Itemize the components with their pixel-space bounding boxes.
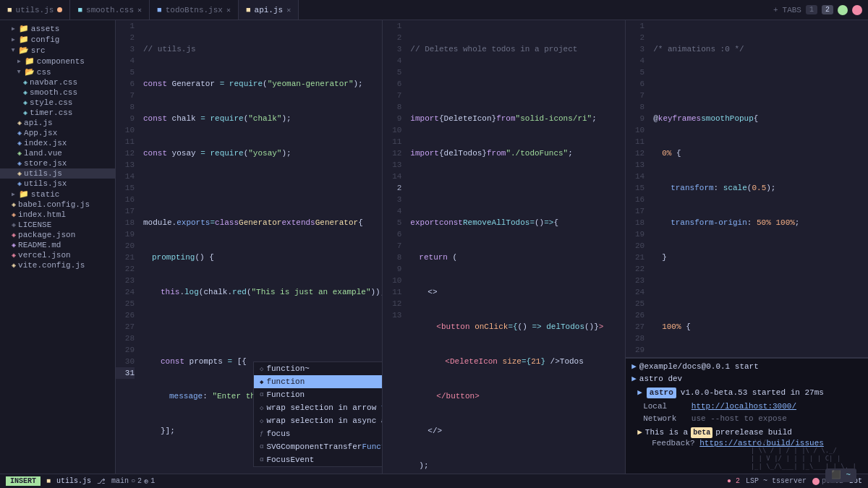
sidebar-item-src[interactable]: ▶ 📂 src bbox=[0, 45, 115, 56]
tab-close-smooth[interactable]: ✕ bbox=[137, 6, 142, 14]
css-file-icon: ◈ bbox=[23, 78, 27, 87]
sidebar-item-css[interactable]: ▶ 📂 css bbox=[0, 67, 115, 77]
sidebar-item-config[interactable]: ▶ 📁 config bbox=[0, 34, 115, 45]
tab-close-todobtns[interactable]: ✕ bbox=[226, 6, 231, 14]
terminal-prompt1: @example/docs@0.0.1 start bbox=[639, 361, 759, 372]
git-additions: 1 bbox=[150, 477, 155, 485]
status-left: INSERT ■ utils.js ⎇ main ○ 2 ⊕ 1 bbox=[6, 476, 155, 486]
autocomplete-popup: ◇ function~ Snippet ◆ function Keyword α… bbox=[253, 361, 383, 467]
sidebar-item-vercel-json[interactable]: ◈ vercel.json bbox=[0, 250, 115, 260]
tab-api-js-label: api.js bbox=[255, 6, 284, 14]
sidebar-label: README.md bbox=[18, 241, 61, 249]
close-button[interactable] bbox=[852, 5, 862, 15]
sidebar-item-app-jsx[interactable]: ◈ App.jsx bbox=[0, 128, 115, 138]
sidebar-item-utils-js[interactable]: ◈ utils.js bbox=[0, 168, 115, 179]
line-numbers-1: 1234 5678 9101112 13141516 17181920 2122… bbox=[116, 20, 139, 474]
sidebar-item-package-json[interactable]: ◈ package.json bbox=[0, 230, 115, 240]
status-filename: utils.js bbox=[56, 477, 91, 485]
git-changes: 2 bbox=[137, 477, 142, 485]
js-file-icon: ◈ bbox=[12, 261, 16, 270]
status-mode: INSERT bbox=[6, 476, 41, 486]
sidebar-item-navbar-css[interactable]: ◈ navbar.css bbox=[0, 77, 115, 87]
sidebar-label: vite.config.js bbox=[18, 261, 85, 270]
ac-item-focus-event[interactable]: α FocusEvent Variable bbox=[254, 453, 383, 466]
status-lsp: LSP ~ tsserver bbox=[746, 477, 807, 485]
ac-label: Function bbox=[266, 390, 383, 399]
sidebar-item-utils-jsx[interactable]: ◈ utils.jsx bbox=[0, 179, 115, 189]
tab-utils-js[interactable]: ■ utils.js bbox=[0, 0, 70, 20]
sidebar-item-timer-css[interactable]: ◈ timer.css bbox=[0, 108, 115, 118]
ac-item-function-variable[interactable]: α Function Variable bbox=[254, 388, 383, 401]
terminal-prompt2: astro dev bbox=[639, 374, 682, 385]
ac-item-wrap-async-arrow[interactable]: ◇ wrap selection in async arrow function… bbox=[254, 414, 383, 427]
sidebar-item-index-jsx[interactable]: ◈ index.jsx bbox=[0, 138, 115, 148]
tab-smooth-css-label: smooth.css bbox=[86, 6, 134, 14]
tab-bar: ■ utils.js ■ smooth.css ✕ ■ todoBtns.jsx… bbox=[0, 0, 868, 20]
sidebar-item-assets[interactable]: ▶ 📁 assets bbox=[0, 23, 115, 34]
ac-item-wrap-arrow[interactable]: ◇ wrap selection in arrow function~ Snip… bbox=[254, 401, 383, 414]
sidebar-item-vite-config[interactable]: ◈ vite.config.js bbox=[0, 260, 115, 270]
sidebar-label: config bbox=[31, 35, 60, 44]
snippet-icon: ◇ bbox=[260, 404, 263, 412]
arrow-icon: ▶ bbox=[16, 70, 22, 74]
json-file-icon: ◈ bbox=[12, 251, 16, 260]
sidebar-item-land-vue[interactable]: ◈ land.vue bbox=[0, 148, 115, 158]
beta-tag: beta bbox=[691, 427, 712, 438]
ac-item-function-keyword[interactable]: ◆ function Keyword bbox=[254, 375, 383, 388]
terminal-network-label: Network bbox=[643, 414, 686, 424]
astro-version: v1.0.0-beta.53 started in 27ms bbox=[681, 388, 824, 398]
snippet-icon: ◇ bbox=[260, 417, 263, 425]
ac-item-function-snippet[interactable]: ◇ function~ Snippet bbox=[254, 362, 383, 375]
sidebar-item-store-jsx[interactable]: ◈ store.jsx bbox=[0, 158, 115, 168]
main-area: ▶ 📁 assets ▶ 📁 config ▶ 📂 src ▶ 📁 compon… bbox=[0, 20, 868, 474]
sidebar-item-static[interactable]: ▶ 📁 static bbox=[0, 189, 115, 200]
arrow-icon: ▶ bbox=[10, 48, 17, 52]
tab-count-2[interactable]: 2 bbox=[822, 5, 833, 14]
sidebar-item-style-css[interactable]: ◈ style.css bbox=[0, 98, 115, 108]
sidebar-item-license[interactable]: ◈ LICENSE bbox=[0, 220, 115, 230]
sidebar-item-index-html[interactable]: ◈ index.html bbox=[0, 210, 115, 220]
sidebar-item-readme-md[interactable]: ◈ README.md bbox=[0, 240, 115, 250]
jsx-file-icon: ◈ bbox=[17, 129, 22, 137]
tabs-label: TABS bbox=[783, 6, 801, 14]
tab-todobtns-icon: ■ bbox=[157, 6, 162, 14]
tab-close-api[interactable]: ✕ bbox=[286, 6, 291, 14]
sidebar-label: assets bbox=[31, 25, 60, 33]
status-git-branch: main ○ 2 ⊕ 1 bbox=[111, 477, 155, 486]
sidebar-label: index.html bbox=[18, 210, 66, 219]
terminal-icon-box[interactable]: ⬛ ~ bbox=[825, 468, 856, 474]
git-icon: ⎇ bbox=[97, 477, 106, 486]
branch-name: main bbox=[111, 477, 129, 485]
sidebar-item-api-js[interactable]: ◈ api.js bbox=[0, 118, 115, 128]
tab-smooth-css[interactable]: ■ smooth.css ✕ bbox=[70, 0, 150, 20]
sidebar: ▶ 📁 assets ▶ 📁 config ▶ 📂 src ▶ 📁 compon… bbox=[0, 20, 116, 474]
editor-utils-js[interactable]: 1234 5678 9101112 13141516 17181920 2122… bbox=[116, 20, 383, 474]
new-tab-button[interactable]: + bbox=[773, 6, 778, 14]
sidebar-label: App.jsx bbox=[24, 129, 57, 137]
editor-api-terminal[interactable]: 1234 5678 9101112 13141516 17181920 2122… bbox=[626, 20, 868, 474]
jsx-file-icon: ◈ bbox=[17, 139, 22, 147]
arrow-icon: ▶ bbox=[12, 25, 15, 32]
ac-item-svg-transfer[interactable]: α SVGComponentTransferFunctionElement Va… bbox=[254, 440, 383, 453]
sidebar-label: timer.css bbox=[30, 108, 72, 117]
function-icon: ƒ bbox=[260, 430, 263, 437]
folder-icon: 📁 bbox=[19, 35, 29, 44]
minimize-button[interactable] bbox=[838, 5, 848, 15]
txt-file-icon: ◈ bbox=[12, 221, 16, 229]
vue-file-icon: ◈ bbox=[17, 149, 22, 158]
code-lines-2: // Deletes whole todos in a project impo… bbox=[406, 20, 625, 474]
sidebar-item-smooth-css[interactable]: ◈ smooth.css bbox=[0, 87, 115, 98]
git-plus-icon: ⊕ bbox=[144, 477, 148, 486]
editor-todobtns[interactable]: 1234 5678 9101112 13142 3456 78910 11121… bbox=[383, 20, 626, 474]
tab-modified-dot bbox=[57, 7, 62, 12]
ac-item-focus[interactable]: ƒ focus Function bbox=[254, 427, 383, 440]
tab-count-1[interactable]: 1 bbox=[806, 5, 817, 14]
tab-api-js[interactable]: ■ api.js ✕ bbox=[239, 0, 299, 20]
tab-todobtns-jsx[interactable]: ■ todoBtns.jsx ✕ bbox=[150, 0, 239, 20]
code-lines-3: /* animations :0 */ @keyframes smoothPop… bbox=[649, 20, 868, 357]
sidebar-item-babel-config[interactable]: ◈ babel.config.js bbox=[0, 200, 115, 210]
snippet-icon: ◇ bbox=[260, 365, 263, 373]
sidebar-item-components[interactable]: ▶ 📁 components bbox=[0, 56, 115, 67]
ac-label: focus bbox=[266, 429, 383, 438]
arrow-icon: ▶ bbox=[17, 58, 21, 64]
